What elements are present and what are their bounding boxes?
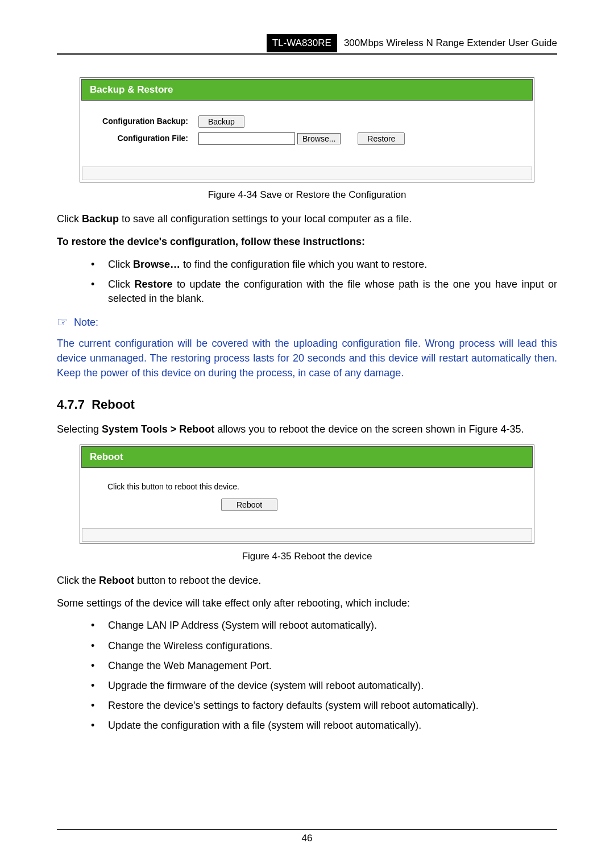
list-item: Change the Wireless configurations. [91, 639, 557, 653]
pointing-hand-icon: ☞ [57, 314, 68, 331]
restore-button[interactable]: Restore [358, 132, 405, 145]
bold-restore: Restore [135, 279, 173, 290]
panel-header-backup: Backup & Restore [81, 79, 533, 101]
bold-systools: System Tools > Reboot [102, 423, 214, 435]
config-file-input[interactable] [198, 132, 295, 145]
panel-footer-bar [82, 528, 532, 542]
list-item: Change the Web Management Port. [91, 659, 557, 673]
text: to update the configuration with the fil… [108, 279, 557, 304]
panel-header-reboot: Reboot [81, 446, 533, 468]
paragraph-reboot-click: Click the Reboot button to reboot the de… [57, 573, 557, 588]
page-header: TL-WA830RE 300Mbps Wireless N Range Exte… [57, 34, 557, 52]
section-heading-reboot: 4.7.7 Reboot [57, 396, 557, 414]
figure-backup-restore: Backup & Restore Configuration Backup: B… [80, 77, 534, 182]
note-heading: ☞ Note: [57, 314, 557, 331]
list-item: Restore the device's settings to factory… [91, 699, 557, 713]
paragraph-reboot-intro: Selecting System Tools > Reboot allows y… [57, 422, 557, 437]
text: Selecting [57, 423, 102, 435]
paragraph-restore-intro: To restore the device's configuration, f… [57, 234, 557, 249]
text: Click [108, 259, 133, 270]
section-name: Reboot [92, 397, 135, 412]
header-model: TL-WA830RE [267, 34, 337, 52]
text: Click the [57, 575, 99, 586]
figure-reboot: Reboot Click this button to reboot this … [80, 445, 534, 543]
reboot-settings-list: Change LAN IP Address (System will reboo… [91, 618, 557, 733]
browse-button[interactable]: Browse... [297, 133, 341, 144]
label-config-backup: Configuration Backup: [90, 116, 198, 127]
text: allows you to reboot the device on the s… [214, 423, 524, 435]
bold-backup: Backup [82, 213, 119, 225]
note-label-text: Note: [74, 315, 98, 330]
reboot-button[interactable]: Reboot [221, 499, 277, 511]
panel-footer-bar [82, 167, 532, 180]
row-config-file: Configuration File: Browse... Restore [90, 132, 524, 145]
header-separator [57, 53, 557, 55]
list-item: Upgrade the firmware of the device (syst… [91, 679, 557, 693]
text: Click [57, 213, 82, 225]
list-item: Update the configuration with a file (sy… [91, 719, 557, 733]
bold-reboot: Reboot [99, 575, 134, 586]
backup-button[interactable]: Backup [198, 115, 244, 128]
restore-steps-list: Click Browse… to find the configuration … [91, 258, 557, 306]
header-title: 300Mbps Wireless N Range Extender User G… [337, 34, 557, 52]
text: Click [108, 279, 135, 290]
figure-caption-34: Figure 4-34 Save or Restore the Configur… [57, 188, 557, 202]
label-config-file: Configuration File: [90, 133, 198, 144]
paragraph-backup: Click Backup to save all configuration s… [57, 211, 557, 226]
page-number: 46 [57, 829, 557, 845]
list-item: Click Browse… to find the configuration … [91, 258, 557, 272]
list-item: Change LAN IP Address (System will reboo… [91, 618, 557, 633]
text: to save all configuration settings to yo… [119, 213, 412, 225]
reboot-instruction: Click this button to reboot this device. [107, 481, 524, 493]
paragraph-settings-effect: Some settings of the device will take ef… [57, 596, 557, 610]
section-number: 4.7.7 [57, 397, 85, 412]
figure-caption-35: Figure 4-35 Reboot the device [57, 550, 557, 563]
row-config-backup: Configuration Backup: Backup [90, 115, 524, 128]
note-body: The current configuration will be covere… [57, 336, 557, 380]
bold-browse: Browse… [133, 259, 180, 270]
list-item: Click Restore to update the configuratio… [91, 277, 557, 306]
text: to find the configuration file which you… [180, 259, 427, 270]
text: button to reboot the device. [134, 575, 261, 586]
